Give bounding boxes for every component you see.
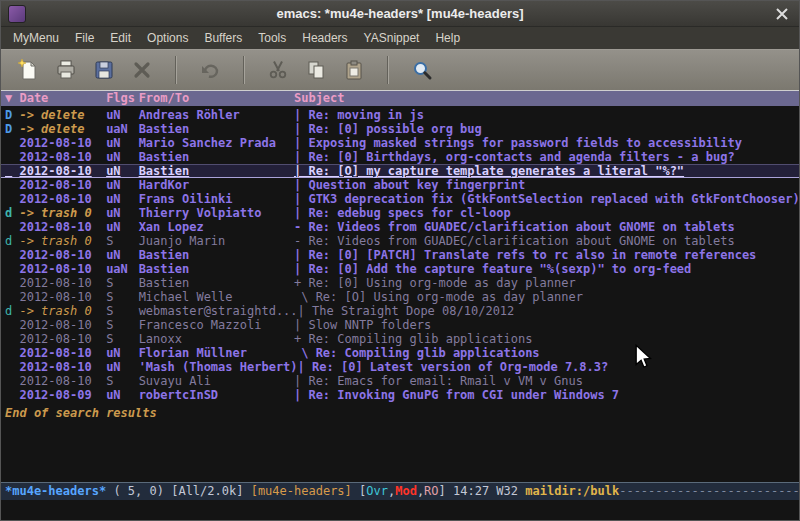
paste-button[interactable]	[337, 54, 371, 86]
toolbar-separator	[387, 56, 389, 84]
menu-item-buffers[interactable]: Buffers	[196, 29, 250, 47]
mode-line-segment: Ovr	[366, 484, 388, 498]
search-icon	[410, 58, 434, 82]
message-from: Bastien	[139, 122, 294, 136]
message-row[interactable]: 2012-08-10SSuvayu Ali| Re: Emacs for ema…	[1, 374, 799, 388]
menu-item-yasnippet[interactable]: YASnippet	[356, 29, 428, 47]
message-row[interactable]: 2012-08-10uNHardKor| Question about key …	[1, 178, 799, 192]
message-flags: S	[106, 332, 139, 346]
message-flags: uN	[106, 150, 139, 164]
message-from: Lanoxx	[139, 332, 294, 346]
mode-line-segment: ----------------------------------------…	[619, 484, 799, 498]
window-icon	[8, 5, 26, 23]
mode-line[interactable]: *mu4e-headers* ( 5, 0) [All/2.0k] [mu4e-…	[1, 482, 799, 500]
mark-target: -> trash 0	[19, 234, 106, 248]
message-row[interactable]: 2012-08-10uNBastien| Re: [O] my capture …	[1, 164, 799, 178]
column-header-flags[interactable]: Flgs	[106, 91, 139, 106]
menu-item-headers[interactable]: Headers	[294, 29, 355, 47]
mode-line-segment: *mu4e-headers*	[5, 484, 106, 498]
print-button[interactable]	[49, 54, 83, 86]
menu-item-help[interactable]: Help	[427, 29, 468, 47]
message-subject: | Re: [0] possible org bug	[294, 122, 482, 136]
message-row[interactable]: 2012-08-10SMichael Welle \ Re: [O] Using…	[1, 290, 799, 304]
message-row[interactable]: d-> trash 0uNThierry Volpiatto| Re: edeb…	[1, 206, 799, 220]
message-row[interactable]: 2012-08-10SLanoxx+ Re: Compiling glib ap…	[1, 332, 799, 346]
message-subject: | Exposing masked strings for password f…	[294, 136, 742, 150]
message-from: Bastien	[139, 248, 294, 262]
new-file-button[interactable]	[11, 54, 45, 86]
echo-area[interactable]	[1, 500, 799, 520]
message-subject: | The Straight Dope 08/10/2012	[298, 304, 515, 318]
mark-target: -> delete	[19, 108, 106, 122]
save-button[interactable]	[87, 54, 121, 86]
column-header-from[interactable]: From/To	[139, 91, 294, 106]
message-row[interactable]: 2012-08-10uNBastien| Re: [0] Birthdays, …	[1, 150, 799, 164]
menu-item-edit[interactable]: Edit	[102, 29, 139, 47]
column-header-subject[interactable]: Subject	[294, 91, 345, 106]
print-icon	[54, 58, 78, 82]
mark-indicator	[5, 374, 19, 388]
mark-indicator: D	[5, 122, 19, 136]
mark-indicator	[5, 346, 19, 360]
message-row[interactable]: 2012-08-10uNFrans Oilinki| GTK3 deprecat…	[1, 192, 799, 206]
message-date: 2012-08-10	[19, 346, 106, 360]
mark-indicator	[5, 178, 19, 192]
message-flags: S	[106, 318, 139, 332]
message-row[interactable]: d-> trash 0Swebmaster@straightd...| The …	[1, 304, 799, 318]
message-row[interactable]: 2012-08-10SBastien+ Re: [0] Using org-mo…	[1, 276, 799, 290]
message-flags: uN	[106, 136, 139, 150]
menu-bar[interactable]: MyMenuFileEditOptionsBuffersToolsHeaders…	[1, 27, 799, 49]
column-header-date[interactable]: Date	[19, 91, 106, 106]
cut-button[interactable]	[261, 54, 295, 86]
headers-buffer: D-> deleteuNAndreas Röhler| Re: moving i…	[1, 106, 799, 482]
message-subject: | Re: [0] [PATCH] Translate refs to rc a…	[294, 248, 756, 262]
toolbar	[1, 49, 799, 91]
menu-item-file[interactable]: File	[67, 29, 102, 47]
message-row[interactable]: 2012-08-10uN'Mash (Thomas Herbert)| Re: …	[1, 360, 799, 374]
message-row[interactable]: d-> trash 0SJuanjo Marin- Re: Videos fro…	[1, 234, 799, 248]
close-buffer-button[interactable]	[125, 54, 159, 86]
message-from: Mario Sanchez Prada	[139, 136, 294, 150]
message-flags: S	[106, 304, 139, 318]
message-subject: - Re: Videos from GUADEC/clarification a…	[294, 220, 735, 234]
mark-indicator	[5, 192, 19, 206]
mark-indicator	[5, 290, 19, 304]
undo-button[interactable]	[193, 54, 227, 86]
message-subject: | GTK3 deprecation fix (GtkFontSelection…	[294, 192, 799, 206]
title-bar[interactable]: emacs: *mu4e-headers* [mu4e-headers]	[1, 1, 799, 27]
copy-button[interactable]	[299, 54, 333, 86]
message-subject: + Re: [0] Using org-mode as day planner	[294, 276, 576, 290]
message-from: Michael Welle	[139, 290, 294, 304]
message-from: webmaster@straightd...	[139, 304, 298, 318]
message-subject: | Re: [0] Latest version of Org-mode 7.8…	[298, 360, 609, 374]
menu-item-tools[interactable]: Tools	[250, 29, 294, 47]
menu-item-mymenu[interactable]: MyMenu	[5, 29, 67, 47]
search-button[interactable]	[405, 54, 439, 86]
mark-target: -> trash 0	[19, 206, 106, 220]
message-date: 2012-08-10	[19, 276, 106, 290]
message-row[interactable]: 2012-08-10uNBastien| Re: [0] [PATCH] Tra…	[1, 248, 799, 262]
message-row[interactable]: 2012-08-10uNMario Sanchez Prada| Exposin…	[1, 136, 799, 150]
menu-item-options[interactable]: Options	[139, 29, 196, 47]
mark-indicator	[5, 360, 19, 374]
message-flags: uN	[106, 206, 139, 220]
message-row[interactable]: 2012-08-10uNXan Lopez- Re: Videos from G…	[1, 220, 799, 234]
close-buffer-icon	[130, 58, 154, 82]
message-subject: | Re: [O] my capture template generates …	[294, 164, 684, 178]
message-row[interactable]: 2012-08-09uNrobertcInSD| Re: Invoking Gn…	[1, 388, 799, 402]
message-subject: | Re: [0] Add the capture feature "%(sex…	[294, 262, 691, 276]
message-date: 2012-08-10	[19, 192, 106, 206]
message-row[interactable]: D-> deleteuaNBastien| Re: [0] possible o…	[1, 122, 799, 136]
close-window-button[interactable]	[773, 5, 791, 22]
message-flags: uN	[106, 164, 139, 178]
message-row[interactable]: 2012-08-10uNFlorian Müllner \ Re: Compil…	[1, 346, 799, 360]
message-row[interactable]: 2012-08-10SFrancesco Mazzoli| Slow NNTP …	[1, 318, 799, 332]
end-of-search-results: End of search results	[1, 406, 799, 420]
message-flags: S	[106, 234, 139, 248]
message-date: 2012-08-10	[19, 150, 106, 164]
message-row[interactable]: D-> deleteuNAndreas Röhler| Re: moving i…	[1, 108, 799, 122]
mark-indicator: d	[5, 206, 19, 220]
message-row[interactable]: 2012-08-10uaNBastien| Re: [0] Add the ca…	[1, 262, 799, 276]
message-from: Frans Oilinki	[139, 192, 294, 206]
mark-indicator	[5, 262, 19, 276]
